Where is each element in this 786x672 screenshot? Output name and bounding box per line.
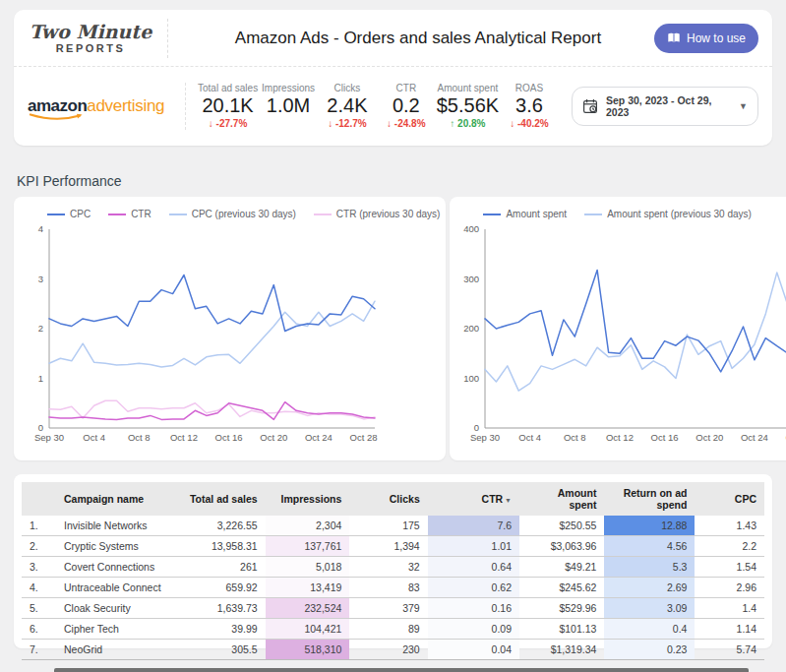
- legend-swatch: [314, 214, 332, 215]
- date-range-picker[interactable]: Sep 30, 2023 - Oct 29, 2023 ▼: [572, 87, 758, 126]
- svg-text:Oct 12: Oct 12: [606, 432, 634, 443]
- cell-amount-spent: $245.62: [519, 578, 604, 598]
- column-header-return-on-ad-spend[interactable]: Return on ad spend: [604, 482, 695, 516]
- column-header-total-ad-sales[interactable]: Total ad sales: [182, 482, 266, 516]
- svg-text:100: 100: [464, 373, 480, 384]
- kpi-delta: ↓ -27.7%: [198, 118, 258, 129]
- legend-swatch: [47, 214, 65, 215]
- svg-text:200: 200: [464, 323, 480, 334]
- section-title-kpi-performance: KPI Performance: [17, 173, 122, 189]
- cell-amount-spent: $3,063.96: [519, 536, 604, 557]
- legend-label: Amount spent (previous 30 days): [607, 209, 752, 219]
- kpi-metrics: Total ad sales20.1K↓ -27.7%Impressions1.…: [198, 83, 572, 129]
- how-to-use-button[interactable]: How to use: [654, 24, 758, 53]
- svg-text:1: 1: [38, 373, 43, 384]
- svg-text:Oct 16: Oct 16: [215, 432, 243, 443]
- cell-amount-spent: $101.13: [519, 619, 604, 640]
- cell-total-ad-sales: 1,639.73: [182, 598, 266, 619]
- cell-campaign-name: Covert Connections: [56, 557, 182, 578]
- amazon-advertising-logo: amazonadvertising: [28, 96, 183, 116]
- column-header-index: [22, 482, 56, 516]
- cell-clicks: 32: [349, 557, 427, 578]
- kpi-delta: ↓ -40.2%: [501, 118, 558, 129]
- cell-clicks: 1,394: [349, 536, 427, 557]
- page-title: Amazon Ads - Orders and sales Analytical…: [182, 29, 654, 48]
- cell-roas: 12.88: [604, 516, 695, 536]
- table-row: 1.Invisible Networks3,226.552,3041757.6$…: [22, 516, 764, 536]
- kpi-ctr: CTR0.2↓ -24.8%: [378, 83, 435, 129]
- legend-swatch: [169, 214, 187, 215]
- column-header-ctr[interactable]: CTR ▼: [428, 482, 519, 516]
- legend-swatch: [108, 214, 126, 215]
- legend-item-cpc-previous-30-days[interactable]: CPC (previous 30 days): [169, 209, 296, 219]
- kpi-label: Total ad sales: [198, 83, 258, 93]
- cell-total-ad-sales: 305.5: [182, 640, 266, 660]
- column-header-amount-spent[interactable]: Amount spent: [519, 482, 604, 516]
- amount-chart-card: Amount spentAmount spent (previous 30 da…: [450, 197, 786, 460]
- cell-campaign-name: Invisible Networks: [56, 516, 182, 536]
- cell-clicks: 379: [349, 598, 427, 619]
- cell-index: 7.: [22, 640, 56, 660]
- cell-total-ad-sales: 659.92: [182, 578, 266, 598]
- cell-impressions: 2,304: [266, 516, 350, 536]
- kpi-impressions: Impressions1.0M: [260, 83, 317, 129]
- how-to-use-label: How to use: [687, 31, 746, 45]
- legend-item-amount-spent-previous-30-days[interactable]: Amount spent (previous 30 days): [584, 209, 752, 219]
- svg-text:Oct 4: Oct 4: [83, 432, 105, 443]
- header-card: Two Minute REPORTS Amazon Ads - Orders a…: [14, 10, 772, 146]
- column-header-impressions[interactable]: Impressions: [266, 482, 350, 516]
- cell-index: 6.: [22, 619, 56, 640]
- svg-text:Oct 12: Oct 12: [170, 432, 198, 443]
- legend-item-ctr[interactable]: CTR: [108, 209, 151, 219]
- column-header-campaign-name[interactable]: Campaign name: [56, 482, 182, 516]
- cell-campaign-name: Cipher Tech: [56, 619, 182, 640]
- cell-ctr: 0.64: [428, 557, 519, 578]
- cell-cpc: 1.4: [695, 598, 764, 619]
- column-header-cpc[interactable]: CPC: [695, 482, 764, 516]
- campaign-table: Campaign nameTotal ad salesImpressionsCl…: [22, 482, 764, 660]
- kpi-amount-spent: Amount spent$5.56K↑ 20.8%: [437, 83, 499, 129]
- cell-cpc: 5.74: [695, 640, 764, 660]
- cell-total-ad-sales: 39.99: [182, 619, 266, 640]
- calendar-icon: [582, 98, 598, 114]
- header-top-row: Two Minute REPORTS Amazon Ads - Orders a…: [14, 10, 772, 67]
- kpi-label: CTR: [378, 83, 435, 93]
- book-icon: [667, 32, 681, 43]
- cell-roas: 2.69: [604, 578, 695, 598]
- svg-text:400: 400: [464, 223, 480, 234]
- cell-cpc: 2.96: [695, 578, 764, 598]
- column-header-clicks[interactable]: Clicks: [349, 482, 427, 516]
- legend-label: CTR (previous 30 days): [336, 209, 441, 219]
- kpi-roas: ROAS3.6↓ -40.2%: [501, 83, 558, 129]
- cell-total-ad-sales: 3,226.55: [182, 516, 266, 536]
- vertical-divider: [185, 83, 186, 130]
- cell-impressions: 5,018: [266, 557, 350, 578]
- cell-index: 2.: [22, 536, 56, 557]
- campaign-table-card: Campaign nameTotal ad salesImpressionsCl…: [14, 474, 772, 648]
- cell-index: 5.: [22, 598, 56, 619]
- legend-item-amount-spent[interactable]: Amount spent: [483, 209, 567, 219]
- svg-text:Oct 16: Oct 16: [651, 432, 679, 443]
- legend-label: Amount spent: [506, 209, 567, 219]
- kpi-label: Clicks: [319, 83, 376, 93]
- legend-label: CPC: [70, 209, 91, 219]
- legend-swatch: [483, 214, 501, 215]
- chevron-down-icon: ▼: [739, 101, 748, 111]
- table-body: 1.Invisible Networks3,226.552,3041757.6$…: [22, 516, 764, 660]
- cell-roas: 4.56: [604, 536, 695, 557]
- cell-roas: 5.3: [604, 557, 695, 578]
- legend-swatch: [584, 214, 602, 215]
- cell-clicks: 175: [349, 516, 427, 536]
- legend-item-ctr-previous-30-days[interactable]: CTR (previous 30 days): [314, 209, 441, 219]
- kpi-delta: ↓ -24.8%: [378, 118, 435, 129]
- legend-item-cpc[interactable]: CPC: [47, 209, 91, 219]
- kpi-label: ROAS: [501, 83, 558, 93]
- cell-amount-spent: $250.55: [519, 516, 604, 536]
- cell-index: 1.: [22, 516, 56, 536]
- kpi-value: 3.6: [501, 94, 558, 117]
- kpi-label: Amount spent: [437, 83, 499, 93]
- svg-text:Oct 8: Oct 8: [564, 432, 586, 443]
- kpi-value: 1.0M: [260, 94, 317, 117]
- svg-text:Sep 30: Sep 30: [34, 432, 64, 443]
- cell-clicks: 89: [349, 619, 427, 640]
